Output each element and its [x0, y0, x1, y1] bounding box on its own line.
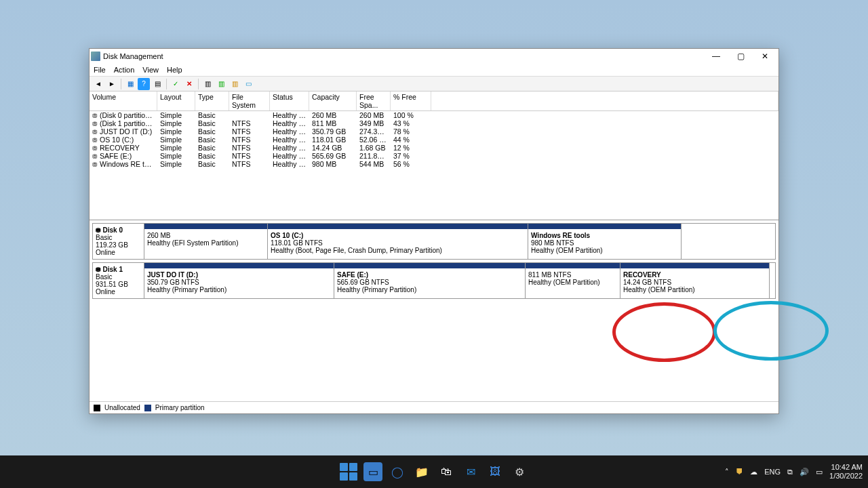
col-capacity[interactable]: Capacity	[309, 92, 357, 110]
taskview-icon[interactable]: ▭	[363, 462, 382, 481]
tray-shield-icon[interactable]: ⛊	[736, 468, 743, 476]
legend: Unallocated Primary partition	[90, 401, 778, 413]
disk-row: Disk 0Basic119.23 GBOnline260 MBHealthy …	[92, 223, 776, 260]
volume-row[interactable]: JUST DO IT (D:)SimpleBasicNTFSHealthy (P…	[90, 127, 778, 136]
tray-clock[interactable]: 10:42 AM 1/30/2022	[829, 463, 863, 481]
col-free[interactable]: Free Spa...	[357, 92, 391, 110]
tray-onedrive-icon[interactable]: ☁	[750, 468, 757, 476]
close-button[interactable]: ✕	[753, 49, 777, 63]
volume-row[interactable]: Windows RE toolsSimpleBasicNTFSHealthy (…	[90, 160, 778, 168]
edge-icon[interactable]: ◯	[388, 462, 407, 481]
legend-unallocated-swatch	[94, 405, 100, 411]
legend-primary-swatch	[144, 405, 151, 411]
start-button[interactable]	[339, 462, 358, 481]
refresh-button[interactable]: ▦	[124, 78, 136, 90]
properties-button[interactable]: ▭	[242, 78, 254, 90]
menubar: File Action View Help	[90, 64, 778, 77]
tray-time: 10:42 AM	[829, 463, 863, 472]
volume-list: Volume Layout Type File System Status Ca…	[90, 92, 778, 220]
mail-icon[interactable]: ✉	[461, 462, 480, 481]
menu-action[interactable]: Action	[114, 66, 135, 74]
extend-button[interactable]: ▥	[229, 78, 241, 90]
tray-volume-icon[interactable]: 🔊	[800, 468, 809, 476]
new-partition-button[interactable]: ▥	[201, 78, 214, 90]
app-icon	[91, 52, 100, 61]
tray-chevron-icon[interactable]: ˄	[725, 468, 729, 476]
back-button[interactable]: ◄	[92, 78, 104, 90]
store-icon[interactable]: 🛍	[437, 462, 456, 481]
forward-button[interactable]: ►	[106, 78, 118, 90]
system-tray[interactable]: ˄ ⛊ ☁ ENG ⧉ 🔊 ▭ 10:42 AM 1/30/2022	[725, 463, 863, 481]
partition[interactable]: OS 10 (C:)118.01 GB NTFSHealthy (Boot, P…	[268, 224, 528, 259]
settings-icon[interactable]: ⚙	[510, 462, 529, 481]
legend-primary: Primary partition	[155, 404, 205, 411]
graphical-view: Disk 0Basic119.23 GBOnline260 MBHealthy …	[90, 220, 778, 413]
taskbar[interactable]: ▭ ◯ 📁 🛍 ✉ 🖼 ⚙ ˄ ⛊ ☁ ENG ⧉ 🔊 ▭ 10:42 AM 1…	[0, 455, 868, 488]
disk-row: Disk 1Basic931.51 GBOnlineJUST DO IT (D:…	[92, 262, 776, 299]
delete-button[interactable]: ✕	[183, 78, 195, 90]
volume-row[interactable]: (Disk 0 partition 1)SimpleBasicHealthy (…	[90, 111, 778, 119]
tray-touchpad-icon[interactable]: ⧉	[787, 468, 793, 476]
col-status[interactable]: Status	[270, 92, 309, 110]
disk-info[interactable]: Disk 0Basic119.23 GBOnline	[93, 224, 144, 259]
legend-unallocated: Unallocated	[104, 404, 140, 411]
disk-management-window: Disk Management — ▢ ✕ File Action View H…	[89, 48, 779, 414]
disk-info[interactable]: Disk 1Basic931.51 GBOnline	[93, 263, 144, 298]
col-volume[interactable]: Volume	[90, 92, 157, 110]
tray-date: 1/30/2022	[829, 472, 863, 481]
menu-help[interactable]: Help	[167, 66, 182, 74]
partition[interactable]: 260 MBHealthy (EFI System Partition)	[144, 224, 268, 259]
partition[interactable]: Windows RE tools980 MB NTFSHealthy (OEM …	[528, 224, 682, 259]
tray-battery-icon[interactable]: ▭	[816, 468, 823, 476]
partition[interactable]: RECOVERY14.24 GB NTFSHealthy (OEM Partit…	[620, 263, 770, 298]
settings-button[interactable]: ▤	[151, 78, 163, 90]
menu-file[interactable]: File	[94, 66, 106, 74]
photos-icon[interactable]: 🖼	[486, 462, 505, 481]
maximize-button[interactable]: ▢	[728, 49, 753, 63]
col-pctfree[interactable]: % Free	[391, 92, 431, 110]
volume-row[interactable]: (Disk 1 partition 3)SimpleBasicNTFSHealt…	[90, 119, 778, 127]
toolbar: ◄ ► ▦ ? ▤ ✓ ✕ ▥ ▥ ▥ ▭	[90, 77, 778, 92]
partition[interactable]: 811 MB NTFSHealthy (OEM Partition)	[526, 263, 620, 298]
help-button[interactable]: ?	[138, 78, 150, 90]
tray-language[interactable]: ENG	[764, 468, 781, 476]
volume-row[interactable]: SAFE (E:)SimpleBasicNTFSHealthy (P...565…	[90, 152, 778, 160]
col-layout[interactable]: Layout	[157, 92, 195, 110]
partition[interactable]: SAFE (E:)565.69 GB NTFSHealthy (Primary …	[334, 263, 526, 298]
titlebar[interactable]: Disk Management — ▢ ✕	[90, 49, 778, 64]
apply-button[interactable]: ✓	[170, 78, 182, 90]
explorer-icon[interactable]: 📁	[412, 462, 431, 481]
col-type[interactable]: Type	[195, 92, 229, 110]
window-title: Disk Management	[103, 52, 163, 60]
minimize-button[interactable]: —	[704, 49, 728, 63]
col-fs[interactable]: File System	[229, 92, 270, 110]
volume-row[interactable]: OS 10 (C:)SimpleBasicNTFSHealthy (B...11…	[90, 136, 778, 144]
menu-view[interactable]: View	[142, 66, 159, 74]
volume-list-header: Volume Layout Type File System Status Ca…	[90, 92, 778, 111]
new-volume-button[interactable]: ▥	[215, 78, 227, 90]
volume-row[interactable]: RECOVERYSimpleBasicNTFSHealthy (...14.24…	[90, 144, 778, 152]
partition[interactable]: JUST DO IT (D:)350.79 GB NTFSHealthy (Pr…	[144, 263, 334, 298]
